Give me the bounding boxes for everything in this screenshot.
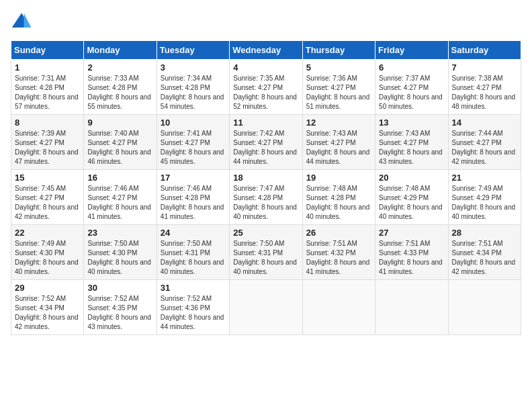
logo xyxy=(11,11,35,32)
day-info: Sunrise: 7:50 AM Sunset: 4:31 PM Dayligh… xyxy=(233,239,298,277)
day-info: Sunrise: 7:45 AM Sunset: 4:27 PM Dayligh… xyxy=(15,184,80,222)
day-number: 2 xyxy=(87,62,152,73)
calendar-cell xyxy=(375,280,448,335)
calendar-cell: 19 Sunrise: 7:48 AM Sunset: 4:28 PM Dayl… xyxy=(302,170,375,225)
logo-icon xyxy=(11,11,32,32)
day-number: 13 xyxy=(379,118,444,128)
col-header-monday: Monday xyxy=(84,41,157,60)
day-number: 8 xyxy=(15,118,80,128)
day-info: Sunrise: 7:35 AM Sunset: 4:27 PM Dayligh… xyxy=(233,74,298,111)
page-header xyxy=(11,11,521,32)
day-number: 21 xyxy=(452,173,517,183)
calendar-cell: 31 Sunrise: 7:52 AM Sunset: 4:36 PM Dayl… xyxy=(157,280,229,335)
day-info: Sunrise: 7:39 AM Sunset: 4:27 PM Dayligh… xyxy=(15,129,80,167)
day-number: 9 xyxy=(87,118,152,128)
day-number: 23 xyxy=(87,228,152,238)
day-number: 16 xyxy=(87,173,152,183)
calendar-cell: 2 Sunrise: 7:33 AM Sunset: 4:28 PM Dayli… xyxy=(84,60,157,115)
col-header-thursday: Thursday xyxy=(302,41,375,60)
calendar-cell: 12 Sunrise: 7:43 AM Sunset: 4:27 PM Dayl… xyxy=(302,115,375,170)
day-number: 31 xyxy=(161,283,226,293)
calendar-table: SundayMondayTuesdayWednesdayThursdayFrid… xyxy=(11,40,521,335)
calendar-cell: 1 Sunrise: 7:31 AM Sunset: 4:28 PM Dayli… xyxy=(11,60,84,115)
calendar-cell: 17 Sunrise: 7:46 AM Sunset: 4:28 PM Dayl… xyxy=(157,170,229,225)
day-info: Sunrise: 7:50 AM Sunset: 4:31 PM Dayligh… xyxy=(161,239,226,277)
day-number: 27 xyxy=(379,228,444,238)
day-info: Sunrise: 7:41 AM Sunset: 4:27 PM Dayligh… xyxy=(161,129,226,167)
calendar-cell: 7 Sunrise: 7:38 AM Sunset: 4:27 PM Dayli… xyxy=(448,60,521,115)
day-info: Sunrise: 7:47 AM Sunset: 4:28 PM Dayligh… xyxy=(233,184,298,222)
calendar-cell: 15 Sunrise: 7:45 AM Sunset: 4:27 PM Dayl… xyxy=(11,170,84,225)
calendar-cell: 29 Sunrise: 7:52 AM Sunset: 4:34 PM Dayl… xyxy=(11,280,84,335)
day-info: Sunrise: 7:34 AM Sunset: 4:28 PM Dayligh… xyxy=(161,74,226,111)
calendar-week-row: 8 Sunrise: 7:39 AM Sunset: 4:27 PM Dayli… xyxy=(11,115,521,170)
col-header-tuesday: Tuesday xyxy=(157,41,229,60)
calendar-cell: 26 Sunrise: 7:51 AM Sunset: 4:32 PM Dayl… xyxy=(302,225,375,280)
calendar-cell: 24 Sunrise: 7:50 AM Sunset: 4:31 PM Dayl… xyxy=(157,225,229,280)
day-info: Sunrise: 7:38 AM Sunset: 4:27 PM Dayligh… xyxy=(452,74,517,111)
day-info: Sunrise: 7:52 AM Sunset: 4:34 PM Dayligh… xyxy=(15,294,80,332)
calendar-cell: 13 Sunrise: 7:43 AM Sunset: 4:27 PM Dayl… xyxy=(375,115,448,170)
day-number: 20 xyxy=(379,173,444,183)
calendar-cell: 20 Sunrise: 7:48 AM Sunset: 4:29 PM Dayl… xyxy=(375,170,448,225)
svg-marker-1 xyxy=(24,13,32,28)
day-number: 5 xyxy=(306,62,371,73)
day-number: 7 xyxy=(452,62,517,73)
day-info: Sunrise: 7:40 AM Sunset: 4:27 PM Dayligh… xyxy=(87,129,152,167)
day-number: 30 xyxy=(87,283,152,293)
day-info: Sunrise: 7:42 AM Sunset: 4:27 PM Dayligh… xyxy=(233,129,298,167)
day-number: 28 xyxy=(452,228,517,238)
col-header-saturday: Saturday xyxy=(448,41,521,60)
day-info: Sunrise: 7:31 AM Sunset: 4:28 PM Dayligh… xyxy=(15,74,80,111)
day-info: Sunrise: 7:51 AM Sunset: 4:34 PM Dayligh… xyxy=(452,239,517,277)
day-info: Sunrise: 7:52 AM Sunset: 4:35 PM Dayligh… xyxy=(87,294,152,332)
calendar-cell: 27 Sunrise: 7:51 AM Sunset: 4:33 PM Dayl… xyxy=(375,225,448,280)
day-number: 18 xyxy=(233,173,298,183)
day-info: Sunrise: 7:43 AM Sunset: 4:27 PM Dayligh… xyxy=(379,129,444,167)
day-info: Sunrise: 7:50 AM Sunset: 4:30 PM Dayligh… xyxy=(87,239,152,277)
day-number: 26 xyxy=(306,228,371,238)
calendar-cell xyxy=(302,280,375,335)
day-number: 12 xyxy=(306,118,371,128)
calendar-cell: 11 Sunrise: 7:42 AM Sunset: 4:27 PM Dayl… xyxy=(230,115,302,170)
day-number: 3 xyxy=(161,62,226,73)
day-number: 24 xyxy=(161,228,226,238)
day-number: 1 xyxy=(15,62,80,73)
day-number: 29 xyxy=(15,283,80,293)
calendar-week-row: 1 Sunrise: 7:31 AM Sunset: 4:28 PM Dayli… xyxy=(11,60,521,115)
calendar-week-row: 29 Sunrise: 7:52 AM Sunset: 4:34 PM Dayl… xyxy=(11,280,521,335)
col-header-sunday: Sunday xyxy=(11,41,84,60)
day-info: Sunrise: 7:33 AM Sunset: 4:28 PM Dayligh… xyxy=(87,74,152,111)
day-info: Sunrise: 7:44 AM Sunset: 4:27 PM Dayligh… xyxy=(452,129,517,167)
calendar-cell: 10 Sunrise: 7:41 AM Sunset: 4:27 PM Dayl… xyxy=(157,115,229,170)
calendar-week-row: 22 Sunrise: 7:49 AM Sunset: 4:30 PM Dayl… xyxy=(11,225,521,280)
day-info: Sunrise: 7:46 AM Sunset: 4:28 PM Dayligh… xyxy=(161,184,226,222)
calendar-cell: 21 Sunrise: 7:49 AM Sunset: 4:29 PM Dayl… xyxy=(448,170,521,225)
calendar-cell: 25 Sunrise: 7:50 AM Sunset: 4:31 PM Dayl… xyxy=(230,225,302,280)
calendar-cell: 4 Sunrise: 7:35 AM Sunset: 4:27 PM Dayli… xyxy=(230,60,302,115)
day-info: Sunrise: 7:48 AM Sunset: 4:28 PM Dayligh… xyxy=(306,184,371,222)
day-number: 17 xyxy=(161,173,226,183)
calendar-cell: 16 Sunrise: 7:46 AM Sunset: 4:27 PM Dayl… xyxy=(84,170,157,225)
day-info: Sunrise: 7:48 AM Sunset: 4:29 PM Dayligh… xyxy=(379,184,444,222)
day-number: 6 xyxy=(379,62,444,73)
day-number: 25 xyxy=(233,228,298,238)
day-number: 4 xyxy=(233,62,298,73)
calendar-cell: 3 Sunrise: 7:34 AM Sunset: 4:28 PM Dayli… xyxy=(157,60,229,115)
calendar-cell: 5 Sunrise: 7:36 AM Sunset: 4:27 PM Dayli… xyxy=(302,60,375,115)
calendar-cell xyxy=(230,280,302,335)
day-info: Sunrise: 7:49 AM Sunset: 4:30 PM Dayligh… xyxy=(15,239,80,277)
day-info: Sunrise: 7:52 AM Sunset: 4:36 PM Dayligh… xyxy=(161,294,226,332)
day-info: Sunrise: 7:46 AM Sunset: 4:27 PM Dayligh… xyxy=(87,184,152,222)
day-number: 14 xyxy=(452,118,517,128)
calendar-week-row: 15 Sunrise: 7:45 AM Sunset: 4:27 PM Dayl… xyxy=(11,170,521,225)
day-number: 15 xyxy=(15,173,80,183)
calendar-cell: 28 Sunrise: 7:51 AM Sunset: 4:34 PM Dayl… xyxy=(448,225,521,280)
day-number: 22 xyxy=(15,228,80,238)
calendar-cell: 6 Sunrise: 7:37 AM Sunset: 4:27 PM Dayli… xyxy=(375,60,448,115)
day-info: Sunrise: 7:36 AM Sunset: 4:27 PM Dayligh… xyxy=(306,74,371,111)
day-number: 19 xyxy=(306,173,371,183)
calendar-cell: 22 Sunrise: 7:49 AM Sunset: 4:30 PM Dayl… xyxy=(11,225,84,280)
calendar-cell: 23 Sunrise: 7:50 AM Sunset: 4:30 PM Dayl… xyxy=(84,225,157,280)
col-header-friday: Friday xyxy=(375,41,448,60)
